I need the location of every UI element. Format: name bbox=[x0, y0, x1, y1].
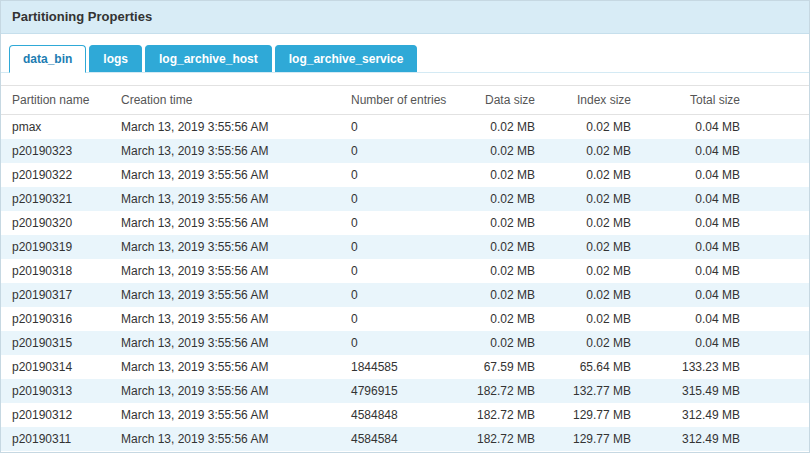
table-cell: 129.77 MB bbox=[541, 427, 637, 451]
tab-log_archive_host[interactable]: log_archive_host bbox=[145, 45, 272, 72]
table-cell: 4796915 bbox=[343, 379, 451, 403]
table-cell: 0 bbox=[343, 187, 451, 211]
table-cell: 182.72 MB bbox=[451, 403, 541, 427]
table-cell: 67.59 MB bbox=[451, 355, 541, 379]
tab-data_bin[interactable]: data_bin bbox=[9, 45, 86, 73]
table-cell: 0.02 MB bbox=[451, 115, 541, 140]
table-cell: 0.02 MB bbox=[451, 283, 541, 307]
table-row[interactable]: p20190318March 13, 2019 3:55:56 AM00.02 … bbox=[1, 259, 809, 283]
table-cell: 182.72 MB bbox=[451, 379, 541, 403]
table-cell: 0.02 MB bbox=[541, 307, 637, 331]
table-cell: p20190314 bbox=[1, 355, 113, 379]
table-cell: 312.49 MB bbox=[637, 427, 809, 451]
table-cell: March 13, 2019 3:55:56 AM bbox=[113, 115, 343, 140]
table-cell: 0.02 MB bbox=[451, 211, 541, 235]
table-cell: p20190321 bbox=[1, 187, 113, 211]
table-row[interactable]: p20190311March 13, 2019 3:55:56 AM458458… bbox=[1, 427, 809, 451]
table-cell: 0 bbox=[343, 331, 451, 355]
column-header-partition-name: Partition name bbox=[1, 86, 113, 115]
table-cell: p20190323 bbox=[1, 139, 113, 163]
table-cell: 0.02 MB bbox=[451, 163, 541, 187]
table-cell: 0.04 MB bbox=[637, 259, 809, 283]
table-cell: 0 bbox=[343, 115, 451, 140]
table-cell: 1844585 bbox=[343, 355, 451, 379]
table-cell: p20190312 bbox=[1, 403, 113, 427]
table-cell: p20190316 bbox=[1, 307, 113, 331]
table-row[interactable]: p20190313March 13, 2019 3:55:56 AM479691… bbox=[1, 379, 809, 403]
table-cell: 0.02 MB bbox=[541, 235, 637, 259]
table-row[interactable]: pmaxMarch 13, 2019 3:55:56 AM00.02 MB0.0… bbox=[1, 115, 809, 140]
table-cell: p20190317 bbox=[1, 283, 113, 307]
table-cell: 0 bbox=[343, 283, 451, 307]
table-cell: 0.04 MB bbox=[637, 139, 809, 163]
table-cell: March 13, 2019 3:55:56 AM bbox=[113, 139, 343, 163]
table-cell: 132.77 MB bbox=[541, 379, 637, 403]
table-cell: March 13, 2019 3:55:56 AM bbox=[113, 427, 343, 451]
table-cell: p20190319 bbox=[1, 235, 113, 259]
table-cell: 0.02 MB bbox=[541, 115, 637, 140]
table-cell: March 13, 2019 3:55:56 AM bbox=[113, 259, 343, 283]
table-row[interactable]: p20190321March 13, 2019 3:55:56 AM00.02 … bbox=[1, 187, 809, 211]
table-cell: 0.02 MB bbox=[541, 187, 637, 211]
table-cell: 0.02 MB bbox=[451, 259, 541, 283]
table-cell: 0.04 MB bbox=[637, 163, 809, 187]
table-body: pmaxMarch 13, 2019 3:55:56 AM00.02 MB0.0… bbox=[1, 115, 809, 453]
table-cell: 0.02 MB bbox=[541, 139, 637, 163]
partitioning-properties-window: Partitioning Properties data_binlogslog_… bbox=[0, 0, 810, 453]
table-row[interactable]: p20190315March 13, 2019 3:55:56 AM00.02 … bbox=[1, 331, 809, 355]
table-row[interactable]: p20190317March 13, 2019 3:55:56 AM00.02 … bbox=[1, 283, 809, 307]
partitions-table: Partition nameCreation timeNumber of ent… bbox=[1, 85, 809, 453]
page-title: Partitioning Properties bbox=[1, 1, 809, 34]
table-cell: p20190322 bbox=[1, 163, 113, 187]
table-cell: March 13, 2019 3:55:56 AM bbox=[113, 235, 343, 259]
column-header-data-size: Data size bbox=[451, 86, 541, 115]
table-cell: 0 bbox=[343, 235, 451, 259]
table-cell: 0.04 MB bbox=[637, 211, 809, 235]
table-cell: p20190320 bbox=[1, 211, 113, 235]
table-cell: 0.02 MB bbox=[451, 187, 541, 211]
table-cell: 0.02 MB bbox=[541, 331, 637, 355]
table-cell: 4584848 bbox=[343, 403, 451, 427]
table-cell: 312.49 MB bbox=[637, 403, 809, 427]
table-cell: 0.02 MB bbox=[541, 259, 637, 283]
table-cell: 0.02 MB bbox=[451, 139, 541, 163]
table-cell: March 13, 2019 3:55:56 AM bbox=[113, 187, 343, 211]
table-cell: 182.72 MB bbox=[451, 427, 541, 451]
table-cell: 0.02 MB bbox=[541, 211, 637, 235]
table-cell: 315.49 MB bbox=[637, 379, 809, 403]
tab-logs[interactable]: logs bbox=[89, 45, 142, 72]
table-cell: 0.02 MB bbox=[541, 163, 637, 187]
table-row[interactable]: p20190314March 13, 2019 3:55:56 AM184458… bbox=[1, 355, 809, 379]
table-cell: 0.02 MB bbox=[451, 331, 541, 355]
column-header-creation-time: Creation time bbox=[113, 86, 343, 115]
table-row[interactable]: p20190323March 13, 2019 3:55:56 AM00.02 … bbox=[1, 139, 809, 163]
table-cell: 0.04 MB bbox=[637, 283, 809, 307]
tab-bar: data_binlogslog_archive_hostlog_archive_… bbox=[1, 34, 809, 73]
table-row[interactable]: p20190322March 13, 2019 3:55:56 AM00.02 … bbox=[1, 163, 809, 187]
table-cell: March 13, 2019 3:55:56 AM bbox=[113, 283, 343, 307]
table-cell: March 13, 2019 3:55:56 AM bbox=[113, 379, 343, 403]
table-row[interactable]: p20190312March 13, 2019 3:55:56 AM458484… bbox=[1, 403, 809, 427]
table-row[interactable]: p20190319March 13, 2019 3:55:56 AM00.02 … bbox=[1, 235, 809, 259]
table-cell: March 13, 2019 3:55:56 AM bbox=[113, 355, 343, 379]
table-cell: 0.02 MB bbox=[451, 235, 541, 259]
table-cell: 129.77 MB bbox=[541, 403, 637, 427]
table-cell: 65.64 MB bbox=[541, 355, 637, 379]
table-row[interactable]: p20190320March 13, 2019 3:55:56 AM00.02 … bbox=[1, 211, 809, 235]
table-cell: 0.04 MB bbox=[637, 331, 809, 355]
table-header-row: Partition nameCreation timeNumber of ent… bbox=[1, 86, 809, 115]
table-cell: 0 bbox=[343, 259, 451, 283]
column-header-number-of-entries: Number of entries bbox=[343, 86, 451, 115]
table-row[interactable]: p20190316March 13, 2019 3:55:56 AM00.02 … bbox=[1, 307, 809, 331]
table-cell: p20190315 bbox=[1, 331, 113, 355]
table-cell: 0.02 MB bbox=[451, 307, 541, 331]
table-cell: 0.04 MB bbox=[637, 235, 809, 259]
table-cell: 0.02 MB bbox=[541, 283, 637, 307]
table-cell: p20190311 bbox=[1, 427, 113, 451]
table-cell: 0 bbox=[343, 163, 451, 187]
column-header-total-size: Total size bbox=[637, 86, 809, 115]
tab-log_archive_service[interactable]: log_archive_service bbox=[275, 45, 418, 72]
table-cell: March 13, 2019 3:55:56 AM bbox=[113, 211, 343, 235]
table-cell: 0.04 MB bbox=[637, 187, 809, 211]
table-cell: 4584584 bbox=[343, 427, 451, 451]
